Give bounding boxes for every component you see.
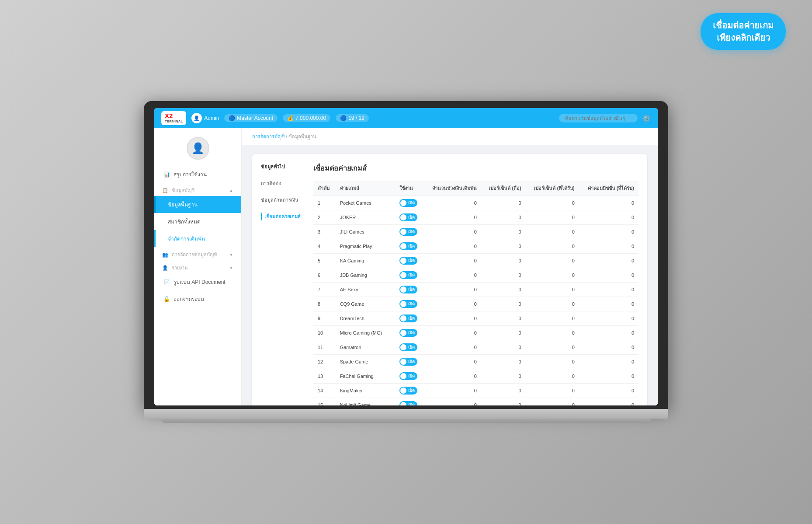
cell-percent-hold: 0 <box>481 268 526 283</box>
cell-toggle[interactable]: เปิด <box>395 311 424 326</box>
cell-toggle[interactable]: เปิด <box>395 369 424 384</box>
table-row: 7 AE Sexy เปิด 0 0 0 0 <box>313 283 638 297</box>
navbar-right: ⚙️ <box>559 114 651 122</box>
cell-toggle[interactable]: เปิด <box>395 326 424 340</box>
cell-bet-range: 0 <box>424 355 481 369</box>
cell-percent-hold: 0 <box>481 283 526 297</box>
table-row: 1 Pocket Games เปิด 0 0 0 0 <box>313 196 638 210</box>
cell-commission: 0 <box>579 311 638 326</box>
cell-percent-hold: 0 <box>481 326 526 340</box>
cell-name: Pragmatic Play <box>336 239 395 254</box>
sidebar-section-account[interactable]: 📋 ข้อมูลบัญชี ▲ <box>154 183 241 196</box>
promo-line1: เชื่อมต่อค่ายเกม <box>713 19 774 31</box>
toggle-knob <box>400 402 406 405</box>
table-header: ลำดับ ค่ายเกมส์ ใช้งาน จำนวนช่วงเงินเดิม… <box>313 181 638 196</box>
toggle-switch[interactable]: เปิด <box>399 271 417 279</box>
toggle-switch[interactable]: เปิด <box>399 343 417 351</box>
cell-bet-range: 0 <box>424 326 481 340</box>
toggle-switch[interactable]: เปิด <box>399 199 417 207</box>
table-row: 6 JDB Gaming เปิด 0 0 0 0 <box>313 268 638 283</box>
table-row: 13 FaChai Gaming เปิด 0 0 0 0 <box>313 369 638 384</box>
cell-toggle[interactable]: เปิด <box>395 384 424 398</box>
table-row: 11 Gamatron เปิด 0 0 0 0 <box>313 340 638 355</box>
main-content: การจัดการบัญชี / ข้อมูลพื้นฐาน ข้อมูลทั่… <box>242 128 658 405</box>
sidebar: 👤 📊 สรุปการใช้งาน 📋 ข้อมูลบัญชี ▲ <box>154 128 242 405</box>
search-input[interactable] <box>559 114 638 122</box>
panel-contact-link[interactable]: การติดต่อ <box>261 179 306 187</box>
toggle-label: เปิด <box>408 286 415 293</box>
cell-commission: 0 <box>579 210 638 225</box>
sidebar-section-report[interactable]: 👤 รายงาน ▼ <box>154 260 241 273</box>
cell-percent-receive: 0 <box>526 326 579 340</box>
cell-toggle[interactable]: เปิด <box>395 225 424 239</box>
cell-percent-hold: 0 <box>481 239 526 254</box>
toggle-label: เปิด <box>408 359 415 365</box>
toggle-knob <box>400 258 406 264</box>
sidebar-item-summary[interactable]: 📊 สรุปการใช้งาน <box>154 166 241 183</box>
toggle-label: เปิด <box>408 258 415 264</box>
chevron-up-icon: ▲ <box>229 188 233 193</box>
cell-toggle[interactable]: เปิด <box>395 355 424 369</box>
toggle-switch[interactable]: เปิด <box>399 314 417 322</box>
table-row: 12 Spade Game เปิด 0 0 0 0 <box>313 355 638 369</box>
col-active: ใช้งาน <box>395 181 424 196</box>
toggle-knob <box>400 373 406 379</box>
laptop-screen: X2 TERMINAL 👤 Admin 🔵 Master Account 💰 7… <box>154 108 658 405</box>
breadcrumb-current: ข้อมูลพื้นฐาน <box>288 134 316 139</box>
sidebar-section-mgmt[interactable]: 👥 การจัดการข้อมูลบัญชี ▼ <box>154 247 241 260</box>
cell-bet-range: 0 <box>424 384 481 398</box>
toggle-knob <box>400 272 406 278</box>
toggle-switch[interactable]: เปิด <box>399 372 417 380</box>
toggle-switch[interactable]: เปิด <box>399 329 417 337</box>
cell-commission: 0 <box>579 196 638 210</box>
cell-toggle[interactable]: เปิด <box>395 268 424 283</box>
toggle-label: เปิด <box>408 272 415 278</box>
panel-finance-link[interactable]: ข้อมูลด้านการเงิน <box>261 196 306 204</box>
breadcrumb: การจัดการบัญชี / ข้อมูลพื้นฐาน <box>242 128 658 145</box>
cell-name: Spade Game <box>336 355 395 369</box>
cell-toggle[interactable]: เปิด <box>395 283 424 297</box>
balance-value: 7,000,000.00 <box>295 115 326 121</box>
cell-toggle[interactable]: เปิด <box>395 196 424 210</box>
promo-badge: เชื่อมต่อค่ายเกม เพียงคลิกเดียว <box>701 13 786 50</box>
user-avatar: 👤 <box>191 113 202 123</box>
cell-toggle[interactable]: เปิด <box>395 239 424 254</box>
cell-no: 1 <box>313 196 336 210</box>
toggle-switch[interactable]: เปิด <box>399 300 417 308</box>
toggle-switch[interactable]: เปิด <box>399 387 417 395</box>
toggle-knob <box>400 214 406 220</box>
sidebar-item-api[interactable]: 📄 รูปแบบ API Document <box>154 273 241 290</box>
panel-games-link[interactable]: เชื่อมต่อค่ายเกมส์ <box>261 213 306 220</box>
toggle-switch[interactable]: เปิด <box>399 286 417 293</box>
table-body: 1 Pocket Games เปิด 0 0 0 0 2 JOKER เปิด <box>313 196 638 406</box>
cell-percent-hold: 0 <box>481 311 526 326</box>
account-icon: 📋 <box>162 188 168 193</box>
toggle-switch[interactable]: เปิด <box>399 213 417 221</box>
cell-toggle[interactable]: เปิด <box>395 210 424 225</box>
report-icon: 👤 <box>162 265 168 271</box>
sidebar-item-logout[interactable]: 🔓 ออกจากระบบ <box>154 290 241 307</box>
laptop-frame: X2 TERMINAL 👤 Admin 🔵 Master Account 💰 7… <box>144 101 668 423</box>
col-bet-range: จำนวนช่วงเงินเดิมพัน <box>424 181 481 196</box>
sidebar-item-basic-info[interactable]: ข้อมูลพื้นฐาน <box>154 196 241 213</box>
cell-bet-range: 0 <box>424 369 481 384</box>
breadcrumb-parent[interactable]: การจัดการบัญชี <box>252 134 285 139</box>
toggle-switch[interactable]: เปิด <box>399 401 417 405</box>
cell-toggle[interactable]: เปิด <box>395 398 424 406</box>
members-label: สมาชิกทั้งหมด <box>168 217 201 226</box>
toggle-switch[interactable]: เปิด <box>399 257 417 265</box>
sidebar-item-members[interactable]: สมาชิกทั้งหมด <box>154 213 241 230</box>
toggle-switch[interactable]: เปิด <box>399 228 417 236</box>
toggle-switch[interactable]: เปิด <box>399 358 417 366</box>
toggle-label: เปิด <box>408 214 415 220</box>
cell-toggle[interactable]: เปิด <box>395 254 424 268</box>
cell-toggle[interactable]: เปิด <box>395 297 424 311</box>
cell-toggle[interactable]: เปิด <box>395 340 424 355</box>
cell-percent-receive: 0 <box>526 254 579 268</box>
toggle-label: เปิด <box>408 200 415 206</box>
settings-icon[interactable]: ⚙️ <box>642 114 651 122</box>
avatar: 👤 <box>187 137 209 160</box>
sidebar-item-credit[interactable]: จำกัดการเดิมพัน <box>154 230 241 247</box>
toggle-switch[interactable]: เปิด <box>399 242 417 250</box>
cell-percent-hold: 0 <box>481 210 526 225</box>
